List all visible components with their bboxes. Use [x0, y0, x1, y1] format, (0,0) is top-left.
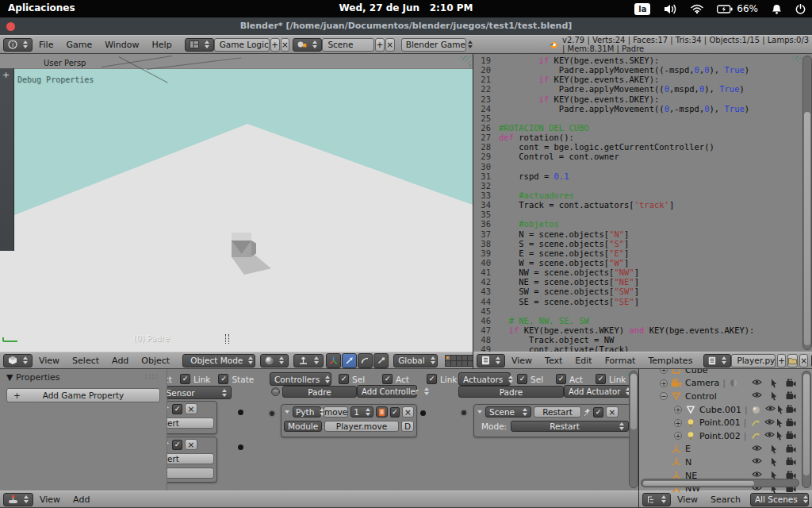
- delete-sensor-button[interactable]: ×: [185, 439, 197, 450]
- outliner-row-cube.001[interactable]: +Cube.001|: [639, 403, 801, 417]
- close-scene-button[interactable]: ×: [385, 38, 395, 52]
- editor-type-logic-button[interactable]: [3, 493, 33, 506]
- actuator-brick[interactable]: Scene Restart ✓ × Mode: Restart: [473, 404, 632, 437]
- actuator-name-field[interactable]: Restart: [534, 406, 581, 418]
- selectability-cursor-icon[interactable]: [771, 391, 778, 401]
- menu-add[interactable]: Add: [105, 356, 135, 366]
- manipulator-axes-button[interactable]: [326, 353, 341, 368]
- visibility-eye-icon[interactable]: [752, 391, 762, 401]
- code-line[interactable]: 30: [473, 162, 812, 171]
- code-line[interactable]: 29 Control = cont.owner: [473, 152, 812, 161]
- outliner-hscrollbar[interactable]: [641, 479, 799, 487]
- code-line[interactable]: 21 if KEY(bge.events.AKEY):: [473, 75, 812, 84]
- menu-window[interactable]: Window: [98, 40, 145, 50]
- code-line[interactable]: 49 cont.activate(Track): [473, 344, 812, 352]
- code-line[interactable]: 37 N = scene.objects["N"]: [473, 229, 812, 239]
- menu-object[interactable]: Object: [135, 356, 176, 366]
- actuator-input-socket[interactable]: [460, 409, 468, 417]
- actuator-type-select[interactable]: Scene: [485, 406, 531, 418]
- code-line[interactable]: 28 cont = bge.logic.getCurrentController…: [473, 142, 812, 152]
- code-line[interactable]: 26#ROTACION DEL CUBO: [473, 123, 812, 133]
- engine-select[interactable]: Blender Game: [401, 38, 466, 52]
- menu-templates[interactable]: Templates: [642, 356, 699, 366]
- code-line[interactable]: 48 Track.object = NW: [473, 335, 812, 344]
- module-path-field[interactable]: Player.move: [324, 421, 399, 432]
- menu-search[interactable]: Search: [704, 495, 747, 505]
- scale-manipulator-button[interactable]: [373, 353, 389, 368]
- expand-icon[interactable]: +: [674, 432, 682, 440]
- viewport-shading-select[interactable]: [260, 354, 289, 368]
- wifi-icon[interactable]: [691, 4, 703, 13]
- controller-output-socket[interactable]: [420, 410, 426, 416]
- selectability-cursor-icon[interactable]: [776, 418, 783, 428]
- menu-help[interactable]: Help: [146, 40, 178, 50]
- code-line[interactable]: 27def rotation():: [473, 133, 812, 142]
- renderability-camera-icon[interactable]: [786, 405, 796, 414]
- code-line[interactable]: 19 if KEY(bge.events.SKEY):: [473, 56, 812, 65]
- scene-icon-button[interactable]: [293, 38, 322, 52]
- scene-mode-select[interactable]: Restart: [511, 421, 629, 432]
- visibility-eye-icon[interactable]: [764, 431, 775, 441]
- expand-panel-plus-icon[interactable]: +: [2, 70, 10, 80]
- module-mode-select[interactable]: Module: [284, 421, 322, 432]
- renderability-camera-icon[interactable]: [786, 418, 796, 428]
- add-scene-button[interactable]: +: [375, 38, 385, 52]
- renderability-camera-icon[interactable]: [786, 444, 796, 454]
- code-line[interactable]: 32: [473, 181, 812, 190]
- code-line[interactable]: 23 if KEY(bge.events.DKEY):: [473, 94, 812, 104]
- manipulator-toggle[interactable]: [293, 354, 324, 368]
- collapse-icon[interactable]: [477, 410, 482, 414]
- menu-game[interactable]: Game: [59, 40, 98, 50]
- rotate-manipulator-button[interactable]: [358, 353, 373, 368]
- outliner-hscrollbar-handle[interactable]: [643, 481, 754, 486]
- code-line[interactable]: 24 Padre.applyMovement((0,-mspd,0), True…: [473, 104, 812, 114]
- add-actuator-button[interactable]: Add Actuator: [564, 385, 630, 398]
- editor-type-info-button[interactable]: i: [3, 38, 33, 52]
- controller-name-field[interactable]: move: [324, 406, 348, 418]
- battery-icon[interactable]: 66%: [717, 3, 758, 14]
- menu-view[interactable]: View: [671, 495, 704, 505]
- unlink-text-button[interactable]: ×: [799, 354, 808, 368]
- pin-icon[interactable]: [584, 408, 591, 417]
- code-line[interactable]: 46 # NE, NW, SE, SW: [473, 316, 812, 325]
- menu-select[interactable]: Select: [66, 356, 105, 366]
- notifications-bell-icon[interactable]: [772, 4, 782, 14]
- text-datablock-icon-button[interactable]: [703, 354, 731, 368]
- code-line[interactable]: 44 SE = scene.objects["SE"]: [473, 297, 812, 306]
- visibility-eye-icon[interactable]: [752, 457, 762, 467]
- volume-icon[interactable]: [664, 4, 677, 14]
- actuators-filter-select[interactable]: Actuators: [458, 372, 511, 386]
- panel-drag-dots[interactable]: ::::: [145, 371, 159, 380]
- selectability-cursor-icon[interactable]: [771, 379, 778, 388]
- code-area[interactable]: 19 if KEY(bge.events.SKEY):20 Padre.appl…: [473, 54, 812, 352]
- code-line[interactable]: 47 if KEY(bge.events.WKEY) and KEY(bge.e…: [473, 325, 812, 335]
- outliner-row-camera[interactable]: +Camera|: [639, 377, 801, 391]
- properties-panel-title[interactable]: ▼ Properties: [6, 372, 60, 383]
- renderability-camera-icon[interactable]: [786, 391, 796, 401]
- visibility-eye-icon[interactable]: [764, 418, 775, 428]
- collapse-icon[interactable]: [285, 410, 289, 414]
- outliner-row-point.001[interactable]: +Point.001|: [639, 416, 801, 429]
- add-controller-button[interactable]: Add Controller: [357, 385, 417, 398]
- outliner-row-n[interactable]: N: [639, 456, 801, 469]
- menu-edit[interactable]: Edit: [569, 356, 598, 366]
- delete-actuator-button[interactable]: ×: [606, 406, 619, 418]
- expand-icon[interactable]: +: [674, 419, 682, 427]
- code-line[interactable]: 39 E = scene.objects["E"]: [473, 248, 812, 258]
- logic-scrollbar[interactable]: [629, 371, 638, 488]
- renderability-camera-icon[interactable]: [786, 431, 796, 441]
- close-layout-button[interactable]: ×: [281, 38, 290, 52]
- add-layout-button[interactable]: +: [270, 38, 280, 52]
- code-line[interactable]: 42 NE = scene.objects["NE"]: [473, 277, 812, 287]
- menu-text[interactable]: Text: [538, 356, 569, 366]
- visibility-eye-icon[interactable]: [752, 444, 762, 454]
- controllers-filter-sel[interactable]: ✓Sel: [339, 374, 365, 384]
- selectability-cursor-icon[interactable]: [777, 405, 784, 414]
- translate-manipulator-button[interactable]: [342, 353, 357, 368]
- sensor-output-socket[interactable]: [238, 410, 243, 415]
- code-line[interactable]: 43 SW = scene.objects["SW"]: [473, 287, 812, 296]
- delete-sensor-button[interactable]: ×: [185, 403, 197, 414]
- code-line[interactable]: 31 rspd = 0.1: [473, 171, 812, 181]
- visibility-eye-icon[interactable]: [752, 379, 762, 388]
- selectability-cursor-icon[interactable]: [776, 431, 783, 441]
